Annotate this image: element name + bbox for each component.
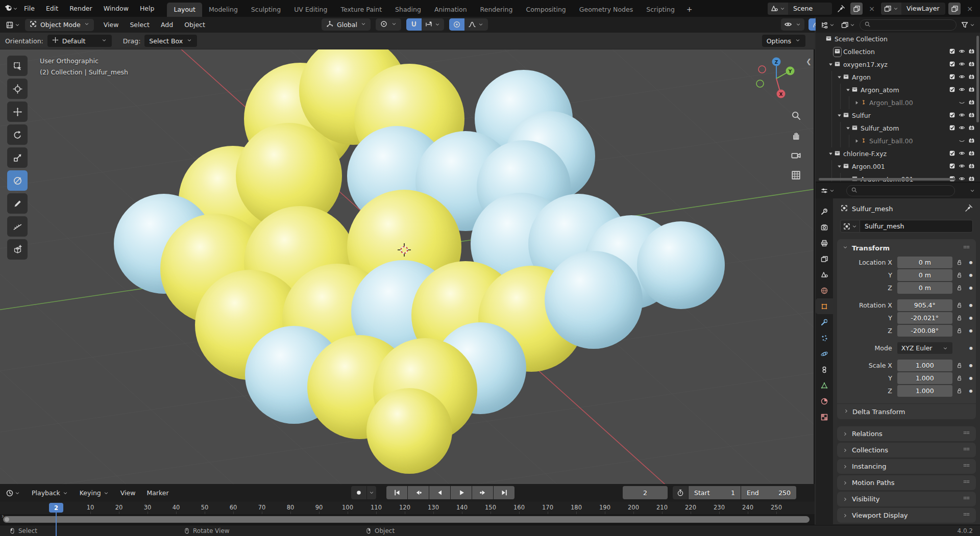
next-keyframe-button[interactable] xyxy=(472,486,493,499)
viewport-menu-select[interactable]: Select xyxy=(124,16,155,33)
animate-dot[interactable]: ● xyxy=(966,303,976,308)
viewport-menu-view[interactable]: View xyxy=(98,16,125,33)
toggle-camera-restrict[interactable] xyxy=(968,150,975,158)
timeline-ruler[interactable]: 2 10203040506070809010011012013014015016… xyxy=(0,502,815,514)
object-name-input[interactable]: Sulfur_mesh xyxy=(860,220,973,233)
menu-file[interactable]: File xyxy=(18,0,40,17)
toggle-eye[interactable] xyxy=(959,73,965,82)
transform-orientation-dropdown[interactable]: Global xyxy=(322,18,371,31)
properties-tab-world[interactable] xyxy=(816,283,833,298)
lock-button[interactable] xyxy=(952,375,966,381)
prev-keyframe-button[interactable] xyxy=(408,486,429,499)
properties-tab-texture[interactable] xyxy=(816,409,833,425)
tool-add-cube-button[interactable] xyxy=(7,239,28,260)
panel-grip-icon[interactable] xyxy=(963,243,971,253)
tool-annotate-button[interactable] xyxy=(7,193,28,214)
toggle-checkbox[interactable] xyxy=(949,48,955,56)
tool-rotate-button[interactable] xyxy=(7,124,28,145)
properties-tab-tool[interactable] xyxy=(816,203,833,219)
panel-instancing[interactable]: Instancing xyxy=(837,459,976,474)
jump-start-button[interactable] xyxy=(386,486,407,499)
workspace-tab-animation[interactable]: Animation xyxy=(428,3,474,17)
viewlayer-name[interactable]: ViewLayer xyxy=(901,5,945,12)
proportional-falloff-dropdown[interactable] xyxy=(464,18,488,31)
properties-tab-constraints[interactable] xyxy=(816,362,833,377)
outliner-row-sulfur-ball-00[interactable]: Sulfur_ball.00 xyxy=(816,135,980,147)
tool-select-box-button[interactable] xyxy=(7,56,28,76)
animate-dot[interactable]: ● xyxy=(966,346,976,350)
viewlayer-icon-segment[interactable] xyxy=(881,3,901,15)
outliner-row-chlorine-f-xyz[interactable]: chlorine-F.xyz xyxy=(816,147,980,160)
value-field-y[interactable]: 0 m xyxy=(897,269,952,281)
rotation-mode-dropdown[interactable]: XYZ Euler xyxy=(897,342,952,354)
workspace-tab-shading[interactable]: Shading xyxy=(388,3,428,17)
nav-toggle-grid-button[interactable] xyxy=(791,170,801,182)
tri-open-icon[interactable] xyxy=(836,163,843,170)
toggle-camera-restrict[interactable] xyxy=(968,175,975,182)
properties-search-input[interactable] xyxy=(846,185,955,196)
scene-name[interactable]: Scene xyxy=(788,5,832,12)
workspace-tab-sculpting[interactable]: Sculpting xyxy=(244,3,287,17)
start-frame-field[interactable]: Start1 xyxy=(689,486,741,499)
outliner-horizontal-scrollbar[interactable] xyxy=(819,178,955,181)
lock-button[interactable] xyxy=(952,388,966,394)
value-field-z[interactable]: -200.08° xyxy=(897,325,952,337)
timeline-menu-keying[interactable]: Keying xyxy=(74,484,115,501)
proportional-editing-toggle[interactable] xyxy=(449,18,464,31)
outliner-vertical-scrollbar[interactable] xyxy=(976,36,979,122)
jump-end-button[interactable] xyxy=(494,486,514,499)
delete-viewlayer-button[interactable]: × xyxy=(964,3,976,15)
outliner-row-oxygen17-xyz[interactable]: oxygen17.xyz xyxy=(816,58,980,71)
timeline-menu-playback[interactable]: Playback xyxy=(26,484,74,501)
lock-button[interactable] xyxy=(952,362,966,369)
editor-type-button[interactable] xyxy=(4,20,22,30)
drag-dropdown[interactable]: Select Box xyxy=(144,35,197,47)
outliner-row-collection[interactable]: Collection xyxy=(816,45,980,58)
delete-scene-button[interactable]: × xyxy=(866,3,878,15)
menu-help[interactable]: Help xyxy=(134,0,160,17)
toggle-camera-restrict[interactable] xyxy=(968,48,975,56)
menu-edit[interactable]: Edit xyxy=(40,0,64,17)
nav-zoom-button[interactable] xyxy=(791,110,801,122)
navigation-gizmo[interactable]: ZYX xyxy=(754,57,798,100)
lock-button[interactable] xyxy=(952,272,966,278)
value-field-z[interactable]: 1.000 xyxy=(897,385,952,397)
properties-tab-render[interactable] xyxy=(816,219,833,235)
pivot-point-dropdown[interactable] xyxy=(376,18,401,31)
toggle-eye[interactable] xyxy=(959,124,965,133)
lock-button[interactable] xyxy=(952,315,966,321)
outliner-row-argon-ball-00[interactable]: Argon_ball.00 xyxy=(816,96,980,109)
toggle-camera-restrict[interactable] xyxy=(968,112,975,120)
auto-keying-toggle[interactable] xyxy=(351,486,366,499)
toggle-eye-closed[interactable] xyxy=(959,137,965,145)
toggle-camera-restrict[interactable] xyxy=(968,137,975,145)
pin-id-button[interactable] xyxy=(965,204,973,214)
new-viewlayer-button[interactable] xyxy=(948,3,961,15)
outliner-row-argon-001[interactable]: Argon.001 xyxy=(816,160,980,173)
workspace-tab-scripting[interactable]: Scripting xyxy=(640,3,681,17)
tool-transform-button[interactable] xyxy=(7,170,28,191)
delta-transform-subpanel[interactable]: Delta Transform xyxy=(837,403,976,419)
value-field-rotation-x[interactable]: 905.4° xyxy=(897,299,952,311)
value-field-y[interactable]: 1.000 xyxy=(897,372,952,384)
properties-tab-modifier[interactable] xyxy=(816,314,833,330)
blender-logo[interactable] xyxy=(4,4,18,13)
timeline-menu-view[interactable]: View xyxy=(115,484,141,501)
toggle-eye[interactable] xyxy=(959,175,965,182)
workspace-tab-texture-paint[interactable]: Texture Paint xyxy=(334,3,388,17)
tri-open-icon[interactable] xyxy=(827,61,834,68)
properties-tab-viewlayer[interactable] xyxy=(816,251,833,267)
timeline-menu-marker[interactable]: Marker xyxy=(141,484,174,501)
outliner-row-sulfur[interactable]: Sulfur xyxy=(816,109,980,122)
toggle-eye[interactable] xyxy=(959,86,965,94)
use-preview-range-toggle[interactable] xyxy=(673,486,688,499)
toggle-camera-restrict[interactable] xyxy=(968,73,975,82)
viewport-canvas[interactable]: User Orthographic (2) Collection | Sulfu… xyxy=(0,49,815,484)
orientation-dropdown[interactable]: Default xyxy=(47,35,112,47)
outliner-row-scene-collection[interactable]: Scene Collection xyxy=(816,33,980,45)
toggle-camera-restrict[interactable] xyxy=(968,99,975,107)
timeline-scrollbar[interactable] xyxy=(3,516,810,523)
prev-frame-button[interactable] xyxy=(429,486,450,499)
mode-dropdown[interactable]: Object Mode xyxy=(25,19,94,31)
properties-tab-data[interactable] xyxy=(816,377,833,393)
